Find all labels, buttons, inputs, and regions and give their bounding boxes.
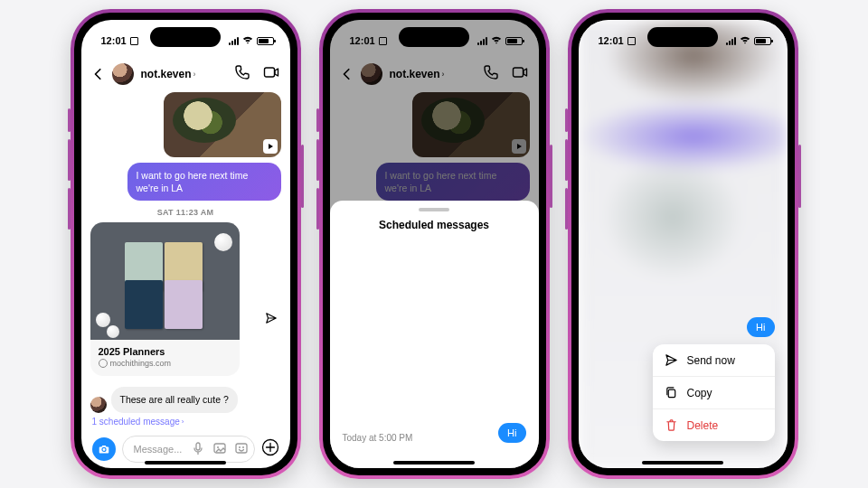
sheet-handle[interactable]	[419, 208, 449, 211]
sticker-icon[interactable]	[234, 441, 249, 457]
received-text-bubble[interactable]: These are all really cute ?	[111, 387, 238, 412]
camera-button[interactable]	[92, 437, 116, 461]
timestamp-divider: SAT 11:23 AM	[90, 208, 281, 217]
home-indicator[interactable]	[393, 461, 475, 465]
signal-icon	[229, 37, 239, 45]
link-card-url: mochithings.com	[99, 359, 231, 368]
link-card[interactable]: 2025 Planners mochithings.com	[90, 222, 240, 376]
send-icon	[665, 353, 678, 367]
sim-icon	[130, 37, 138, 45]
avatar[interactable]	[90, 397, 107, 413]
menu-delete[interactable]: Delete	[653, 408, 775, 441]
dynamic-island	[647, 27, 718, 47]
phone-chat-view: 12:01 not.keven› I want to go here next …	[71, 9, 301, 479]
image-icon[interactable]	[212, 441, 227, 457]
context-menu: Send now Copy Delete	[653, 344, 775, 441]
link-card-image	[90, 222, 240, 340]
battery-icon	[257, 37, 274, 45]
wifi-icon	[242, 37, 253, 45]
sheet-title: Scheduled messages	[343, 219, 526, 231]
mic-icon[interactable]	[191, 441, 205, 457]
scheduled-messages-sheet: Scheduled messages Today at 5:00 PM Hi	[330, 201, 539, 468]
focused-message-bubble[interactable]: Hi	[747, 317, 774, 337]
scheduled-message-bubble[interactable]: Hi	[498, 423, 525, 443]
play-icon	[263, 139, 278, 154]
message-placeholder: Message...	[134, 444, 184, 455]
video-call-button[interactable]	[263, 64, 279, 84]
chat-header: not.keven›	[81, 56, 290, 92]
share-icon[interactable]	[261, 308, 281, 328]
back-button[interactable]	[92, 68, 105, 80]
phone-context-menu: 12:01 Hi Send now Copy Delet	[568, 9, 798, 479]
home-indicator[interactable]	[642, 461, 723, 465]
home-indicator[interactable]	[145, 461, 226, 465]
trash-icon	[665, 418, 678, 432]
sent-text-bubble[interactable]: I want to go here next time we're in LA	[127, 163, 281, 201]
scheduled-time-label: Today at 5:00 PM	[343, 433, 413, 443]
username[interactable]: not.keven›	[141, 68, 227, 80]
menu-copy[interactable]: Copy	[653, 376, 775, 408]
dynamic-island	[150, 27, 221, 47]
phone-scheduled-sheet: 12:01 not.keven› I want to go here nex	[319, 9, 550, 479]
avatar[interactable]	[112, 63, 134, 85]
status-time: 12:01	[101, 35, 127, 46]
more-button[interactable]	[261, 438, 279, 460]
dynamic-island	[399, 27, 469, 47]
menu-send-now[interactable]: Send now	[653, 344, 775, 376]
chat-body[interactable]: I want to go here next time we're in LA …	[81, 92, 290, 432]
copy-icon	[665, 386, 678, 399]
audio-call-button[interactable]	[234, 64, 250, 84]
chevron-right-icon: ›	[193, 70, 196, 79]
link-card-title: 2025 Planners	[99, 346, 231, 357]
sent-image-message[interactable]	[164, 92, 281, 157]
scheduled-messages-link[interactable]: 1 scheduled message›	[90, 413, 281, 432]
message-input[interactable]: Message...	[122, 436, 255, 463]
